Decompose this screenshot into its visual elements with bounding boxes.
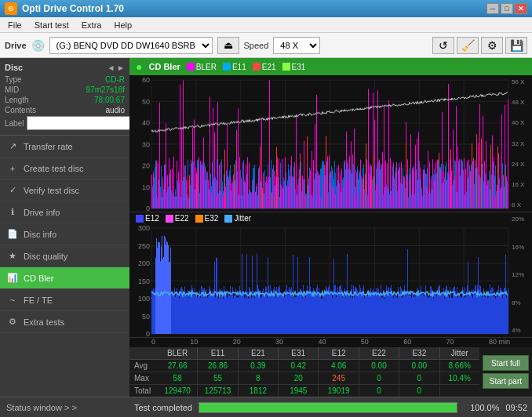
y-label: 56 X: [512, 78, 530, 85]
toolbar-buttons: ↺ 🧹 ⚙ 💾: [432, 37, 527, 54]
x-label: 60: [403, 338, 411, 346]
clear-button[interactable]: 🧹: [457, 37, 479, 54]
drivebar: Drive 💿 (G:) BENQ DVD DD DW1640 BSRB ⏏ S…: [0, 33, 532, 58]
stats-avg-e22: 0.00: [359, 360, 399, 372]
sidebar-item-extra-tests[interactable]: ⚙ Extra tests: [0, 311, 129, 333]
stats-col-e22: E22: [359, 347, 399, 359]
disc-info-icon: 📄: [6, 228, 19, 241]
e21-color: [253, 63, 261, 71]
stats-total-e22: 0: [359, 385, 399, 397]
menu-start-test[interactable]: Start test: [30, 19, 74, 31]
refresh-button[interactable]: ↺: [432, 37, 454, 54]
drive-info-icon: ℹ: [6, 206, 19, 219]
sidebar-item-disc-info[interactable]: 📄 Disc info: [0, 223, 129, 245]
stats-col-e31: E31: [279, 347, 319, 359]
disc-contents-row: Contents audio: [5, 106, 125, 114]
sidebar-label-disc-info: Disc info: [24, 230, 56, 239]
speed-select[interactable]: 48 X 40 X 32 X 24 X 16 X 8 X: [273, 37, 320, 54]
disc-mid-val: 97m27s18f: [86, 85, 125, 94]
sidebar-item-transfer-rate[interactable]: ↗ Transfer rate: [0, 136, 129, 158]
disc-title: Disc: [5, 63, 23, 72]
x-axis: 0 10 20 30 40 50 60 70 80 min: [129, 338, 532, 347]
disc-mid-row: MID 97m27s18f: [5, 85, 125, 94]
y-axis-right-2: 20% 16% 12% 8% 4%: [510, 212, 532, 337]
sidebar-item-verify-test-disc[interactable]: ✓ Verify test disc: [0, 179, 129, 201]
disc-contents-val: audio: [106, 106, 125, 114]
disc-length-key: Length: [5, 96, 29, 104]
maximize-button[interactable]: □: [501, 3, 513, 14]
disc-nav[interactable]: ◄ ►: [107, 63, 125, 72]
disc-type-val: CD-R: [105, 75, 125, 84]
start-part-button[interactable]: Start part: [483, 373, 529, 389]
sidebar-label-create-disc: Create test disc: [24, 164, 83, 173]
sidebar-label-cd-bler: CD Bler: [24, 274, 54, 283]
bler-color: [187, 63, 195, 71]
sidebar-item-cd-bler[interactable]: 📊 CD Bler: [0, 267, 129, 289]
menu-extra[interactable]: Extra: [77, 19, 107, 31]
stats-section: BLER E11 E21 E31 E12 E22 E32 Jitter Avg …: [129, 347, 479, 397]
speed-label: Speed: [244, 41, 269, 50]
x-label: 10: [190, 338, 198, 346]
app-icon: ⊙: [5, 2, 17, 15]
sidebar-label-transfer-rate: Transfer rate: [24, 142, 73, 151]
disc-label-input[interactable]: [27, 116, 131, 130]
sidebar-label-fe-te: FE / TE: [24, 296, 53, 305]
drive-label: Drive: [5, 41, 27, 50]
y-label: 32 X: [512, 140, 530, 147]
stats-avg-jitter: 8.66%: [440, 360, 479, 372]
sidebar-label-verify-disc: Verify test disc: [24, 186, 79, 195]
stats-col-e11: E11: [198, 347, 238, 359]
sidebar-label-extra-tests: Extra tests: [24, 317, 64, 327]
menubar: File Start test Extra Help: [0, 17, 532, 33]
save-button[interactable]: 💾: [505, 37, 527, 54]
stats-total-label: Total: [129, 385, 158, 397]
stats-max-e31: 20: [279, 372, 319, 384]
stats-max-e32: 0: [399, 372, 439, 384]
x-label: 20: [233, 338, 241, 346]
close-button[interactable]: ✕: [515, 3, 527, 14]
menu-file[interactable]: File: [3, 19, 27, 31]
x-label: 30: [275, 338, 283, 346]
menu-help[interactable]: Help: [109, 19, 137, 31]
stats-col-jitter: Jitter: [440, 347, 479, 359]
legend-e31: E31: [282, 63, 306, 71]
stats-max-label: Max: [129, 372, 158, 384]
stats-total-e21: 1812: [239, 385, 279, 397]
sidebar-item-create-test-disc[interactable]: + Create test disc: [0, 158, 129, 179]
stats-col-e12: E12: [319, 347, 359, 359]
status-window-label: Status window > >: [6, 403, 77, 412]
eject-button[interactable]: ⏏: [217, 37, 239, 54]
sidebar-item-drive-info[interactable]: ℹ Drive info: [0, 201, 129, 223]
sidebar: Disc ◄ ► Type CD-R MID 97m27s18f Length …: [0, 58, 129, 417]
x-label: 80 min: [489, 338, 510, 346]
sidebar-label-disc-quality: Disc quality: [24, 252, 67, 261]
start-full-button[interactable]: Start full: [483, 355, 529, 371]
stats-col-e32: E32: [399, 347, 439, 359]
sidebar-item-fe-te[interactable]: ~ FE / TE: [0, 289, 129, 311]
legend-bler: BLER: [187, 63, 217, 71]
app-title: Opti Drive Control 1.70: [22, 3, 124, 14]
config-button[interactable]: ⚙: [481, 37, 503, 54]
e32-color: [195, 215, 203, 223]
stats-col-e21: E21: [239, 347, 279, 359]
e31-color: [282, 63, 290, 71]
sidebar-label-drive-info: Drive info: [24, 208, 60, 217]
e12-color: [136, 215, 144, 223]
stats-avg-e31: 0.42: [279, 360, 319, 372]
top-chart: 56 X 48 X 40 X 32 X 24 X 16 X 8 X: [129, 75, 532, 212]
y-axis-right-1: 56 X 48 X 40 X 32 X 24 X 16 X 8 X: [510, 75, 532, 212]
status-window-button[interactable]: Status window > >: [0, 397, 129, 417]
minimize-button[interactable]: ─: [486, 3, 499, 14]
disc-label-key: Label: [5, 119, 24, 128]
disc-mid-key: MID: [5, 85, 19, 94]
drive-select[interactable]: (G:) BENQ DVD DD DW1640 BSRB: [49, 37, 213, 54]
bottom-chart: E12 E22 E32 Jitter: [129, 212, 532, 338]
sidebar-item-disc-quality[interactable]: ★ Disc quality: [0, 245, 129, 267]
legend-e21: E21: [253, 63, 276, 71]
stats-max-e12: 245: [319, 372, 359, 384]
titlebar-controls[interactable]: ─ □ ✕: [486, 3, 527, 14]
titlebar: ⊙ Opti Drive Control 1.70 ─ □ ✕: [0, 0, 532, 17]
stats-total-e12: 19019: [319, 385, 359, 397]
progress-bar-container: [199, 402, 457, 413]
chart-header: ● CD Bler BLER E11 E21 E31: [129, 58, 532, 75]
